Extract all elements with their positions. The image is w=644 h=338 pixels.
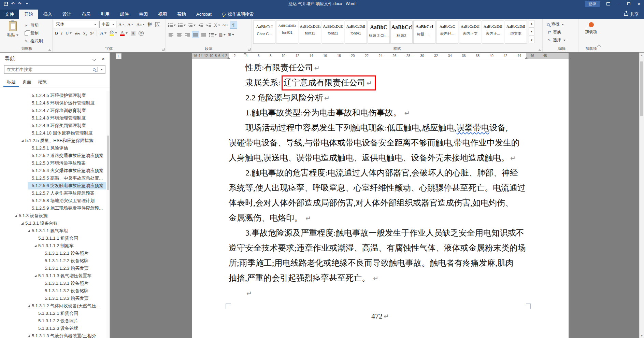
- multilevel-list-button[interactable]: [187, 22, 196, 29]
- enclose-characters-button[interactable]: 字: [138, 30, 145, 36]
- style-item[interactable]: AaBbCcDdIfont41: [345, 20, 367, 44]
- tab-布局[interactable]: 布局: [76, 10, 96, 19]
- nav-tree-item[interactable]: 5.1.2.4.6 环境保护运行管理制度: [0, 99, 106, 107]
- scroll-up-icon[interactable]: ▲: [640, 53, 644, 57]
- nav-tree-item[interactable]: 5.1.3.1.1.2.2 设备铭牌: [0, 257, 106, 265]
- chevron-down-icon[interactable]: [92, 57, 96, 61]
- sign-in-button[interactable]: 登录: [585, 1, 600, 7]
- sort-button[interactable]: AZ↓: [221, 22, 229, 29]
- nav-tree-item[interactable]: 5.1.2.5.5 高温、中暑事故应急处置...: [0, 174, 106, 182]
- character-shading-button[interactable]: A: [130, 30, 137, 36]
- nav-tree-item[interactable]: 5.1.3.1.1.3.1 设备照片: [0, 280, 106, 287]
- clipboard-dialog-launcher[interactable]: [48, 48, 51, 51]
- nav-tree-item[interactable]: 5.1.2.5.2 道路交通事故应急响应预案: [0, 152, 106, 159]
- tell-me-search[interactable]: 操作说明搜索: [222, 10, 254, 19]
- cut-button[interactable]: ✂剪切: [24, 23, 43, 28]
- tab-文件[interactable]: 文件: [0, 10, 19, 19]
- font-color-button[interactable]: A: [119, 30, 129, 36]
- change-case-button[interactable]: Aa: [135, 22, 146, 28]
- underline-button[interactable]: U: [65, 30, 73, 36]
- horizontal-ruler[interactable]: 161412108642 246810121416182022242628303…: [192, 53, 569, 59]
- first-line-indent-marker[interactable]: [244, 53, 246, 56]
- nav-tree-item[interactable]: 5.1.2.5.6 突发触电事故应急响应预案: [0, 182, 106, 189]
- addins-button[interactable]: 加载项: [580, 20, 602, 46]
- tab-邮件[interactable]: 邮件: [115, 10, 134, 19]
- font-dialog-launcher[interactable]: [162, 48, 164, 51]
- nav-tree-item[interactable]: 5.1.2.5.1 风险评估: [0, 144, 106, 152]
- style-item[interactable]: AaBbCcDdEefont01: [276, 20, 298, 44]
- nav-tree-item[interactable]: 5.1.3.1.1.2 制氮车: [0, 242, 106, 250]
- tab-帮助[interactable]: 帮助: [172, 10, 191, 19]
- borders-button[interactable]: ⊞: [227, 31, 235, 38]
- collapse-triangle-icon[interactable]: [34, 275, 37, 277]
- paragraph-dialog-launcher[interactable]: [248, 48, 251, 51]
- format-painter-button[interactable]: ✎格式刷: [24, 38, 43, 44]
- tab-视图[interactable]: 视图: [153, 10, 172, 19]
- scrollbar-thumb[interactable]: [640, 61, 643, 116]
- close-navigation-icon[interactable]: ×: [102, 56, 105, 62]
- ribbon-display-options-button[interactable]: [603, 0, 613, 8]
- repeat-button[interactable]: ↷: [18, 2, 22, 6]
- nav-tree-item[interactable]: 5.1.3.1.2.1 租赁合同: [0, 310, 106, 317]
- strikethrough-button[interactable]: abc: [74, 31, 81, 36]
- nav-tree-item[interactable]: 5.1.2.5.7 人身伤害事故应急预案: [0, 189, 106, 197]
- qat-customize-button[interactable]: [25, 3, 28, 4]
- nav-tree-item[interactable]: 5.1.2.5 质量、HSE和应急保障措施: [0, 137, 106, 144]
- style-item[interactable]: AaBbCcC表内列...: [436, 20, 458, 44]
- paste-button[interactable]: 粘贴: [3, 20, 23, 46]
- style-item[interactable]: AaBbCcD标题2: [390, 20, 413, 44]
- collapse-triangle-icon[interactable]: [28, 305, 30, 307]
- search-input[interactable]: [7, 67, 93, 72]
- nav-tree-item[interactable]: 5.1.3.1.1.2.1 设备照片: [0, 250, 106, 257]
- nav-tree-item[interactable]: 5.1.3.1.1.3 氮气增压装置车: [0, 272, 106, 280]
- grow-font-button[interactable]: A▲: [117, 22, 125, 28]
- tab-审阅[interactable]: 审阅: [134, 10, 153, 19]
- nav-tab-pages[interactable]: 页面: [19, 77, 35, 87]
- font-family-combo[interactable]: 宋体: [54, 21, 98, 28]
- nav-tree-item[interactable]: 5.1.3.1.2.3 设备铭牌: [0, 325, 106, 332]
- nav-tab-headings[interactable]: 标题: [3, 77, 19, 87]
- decrease-indent-button[interactable]: [197, 22, 204, 29]
- highlight-button[interactable]: ab: [109, 30, 118, 36]
- style-item[interactable]: AaBbCcIChar C...: [253, 20, 275, 44]
- style-item[interactable]: AaBbCcDdI表内正文: [459, 20, 481, 44]
- share-button[interactable]: 共享: [619, 10, 644, 19]
- distribute-button[interactable]: [200, 31, 207, 38]
- collapse-triangle-icon[interactable]: [15, 215, 17, 217]
- nav-tree-item[interactable]: 5.1.2.4.8 环境治理管理制度: [0, 114, 106, 122]
- nav-tree-item[interactable]: 5.1.2.5.4 火灾爆炸事故应急响应预案: [0, 167, 106, 174]
- right-indent-marker[interactable]: [525, 56, 528, 59]
- maximize-button[interactable]: [624, 0, 634, 8]
- tab-stop-selector[interactable]: L: [116, 53, 121, 59]
- search-dropdown-icon[interactable]: [101, 69, 103, 70]
- document-scrollbar[interactable]: ▲ ▼: [639, 53, 644, 338]
- style-item[interactable]: AaBbCcDdEefont11: [299, 20, 321, 44]
- nav-tree-item[interactable]: 5.1.3 设备设施: [0, 212, 106, 220]
- tab-Acrobat[interactable]: Acrobat: [191, 10, 217, 19]
- shading-button[interactable]: ▨: [218, 31, 226, 38]
- styles-dialog-launcher[interactable]: [539, 48, 541, 51]
- style-item[interactable]: AaBbCcI标题一、: [413, 20, 435, 44]
- collapse-triangle-icon[interactable]: [21, 222, 24, 225]
- style-gallery-down-button[interactable]: ▼: [529, 28, 534, 36]
- collapse-triangle-icon[interactable]: [21, 140, 24, 142]
- minimize-button[interactable]: ─: [613, 0, 624, 8]
- navigation-scrollbar[interactable]: [106, 91, 110, 338]
- show-marks-button[interactable]: ¶: [230, 22, 237, 29]
- align-center-button[interactable]: [175, 31, 183, 38]
- asian-layout-button[interactable]: X: [213, 22, 221, 29]
- tab-引用[interactable]: 引用: [96, 10, 115, 19]
- numbering-button[interactable]: [177, 22, 186, 29]
- copy-button[interactable]: 复制: [24, 30, 43, 36]
- nav-tree-item[interactable]: 5.1.2.4.5 环境保护管理制度: [0, 92, 106, 99]
- collapse-triangle-icon[interactable]: [28, 230, 30, 232]
- style-gallery-up-button[interactable]: ▲: [529, 20, 534, 28]
- find-button[interactable]: 查找: [547, 21, 577, 28]
- bullets-button[interactable]: [167, 22, 176, 29]
- style-gallery-more-button[interactable]: ▼: [529, 36, 534, 43]
- nav-tree-item[interactable]: 5.1.2.5.9 施工现场突发事件应急预...: [0, 205, 106, 212]
- align-left-button[interactable]: [167, 31, 175, 38]
- close-button[interactable]: ×: [634, 0, 644, 8]
- document-page[interactable]: 性质:有限责任公司↵隶属关系:辽宁意成有限责任公司↵2.2 危险源与风险分析↵1…: [192, 59, 569, 338]
- collapse-triangle-icon[interactable]: [28, 335, 30, 337]
